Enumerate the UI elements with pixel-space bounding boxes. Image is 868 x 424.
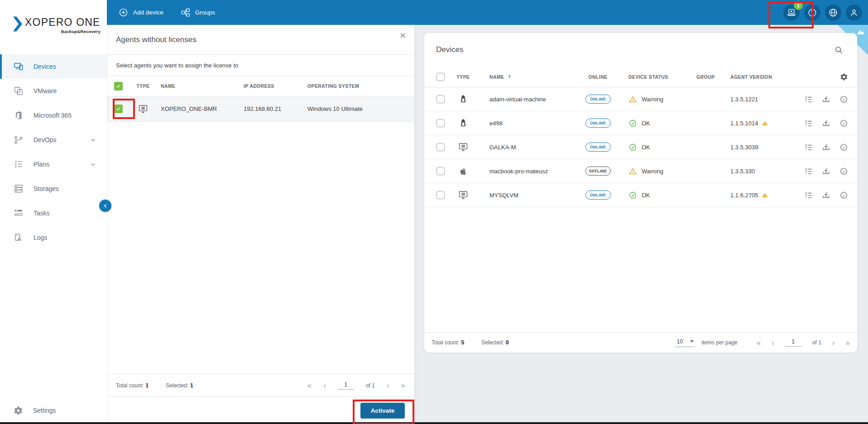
row-checkbox[interactable] (436, 191, 445, 199)
sidebar-collapse-button[interactable] (99, 200, 111, 212)
backup-sets-icon[interactable] (804, 119, 813, 128)
install-agent-icon[interactable] (822, 95, 830, 104)
row-checkbox-checked[interactable] (114, 105, 123, 113)
search-icon[interactable] (832, 43, 845, 57)
groups-button[interactable]: Groups (181, 8, 215, 17)
info-icon[interactable] (839, 143, 848, 152)
sidebar-item-label: Storages (34, 185, 59, 192)
row-checkbox[interactable] (436, 95, 445, 103)
select-all-checkbox[interactable] (436, 73, 445, 81)
column-header-agent-version: AGENT VERSION (730, 74, 803, 80)
sidebar-item-settings[interactable]: Settings (0, 398, 107, 423)
next-page-button[interactable]: › (387, 381, 389, 389)
sidebar-item-vmware[interactable]: VMware (0, 79, 107, 103)
device-row[interactable]: MYSQLVM ONLINE OK 1.1.6.2705 (424, 183, 857, 207)
status-ok-icon (628, 191, 637, 200)
settings-label: Settings (33, 407, 56, 414)
column-header-type: TYPE (136, 83, 149, 89)
device-row[interactable]: GALKA-M ONLINE OK 1.3.5.3039 (424, 135, 857, 159)
globe-icon (828, 8, 838, 18)
sidebar-item-storages[interactable]: Storages (0, 176, 107, 201)
install-agent-icon[interactable] (822, 119, 830, 128)
add-device-button[interactable]: Add device (119, 8, 163, 17)
license-action-bar: Activate (107, 396, 414, 424)
row-checkbox[interactable] (436, 167, 445, 175)
language-button[interactable] (825, 5, 841, 21)
next-page-button[interactable]: › (832, 339, 835, 347)
install-agent-icon[interactable] (822, 143, 830, 152)
column-header-name[interactable]: NAME (477, 74, 567, 80)
page-number-input[interactable]: 1 (338, 381, 354, 390)
device-status: OK (628, 143, 696, 152)
device-row[interactable]: macbook-pro-mateusz OFFLINE Warning 1.3.… (424, 159, 857, 183)
activate-button[interactable]: Activate (360, 403, 405, 419)
status-warning-icon (628, 95, 637, 104)
backup-sets-icon[interactable] (804, 95, 813, 104)
help-button[interactable] (804, 5, 820, 21)
prev-page-button[interactable]: ‹ (772, 339, 774, 347)
column-header-type: TYPE (456, 74, 470, 80)
device-row[interactable]: e498 ONLINE OK 1.1.5.1014 (424, 111, 857, 135)
column-header-ip: IP ADDRESS (237, 83, 302, 89)
xopero-logo: XOPERO ONE Backup&Recovery (12, 16, 101, 34)
groups-tree-icon (181, 8, 190, 17)
install-agent-icon[interactable] (822, 167, 830, 176)
info-icon[interactable] (839, 119, 848, 128)
first-page-button[interactable]: « (307, 381, 312, 389)
agent-row[interactable]: XOPERO_ONE-BMR 192.168.60.21 Windows 10 … (107, 96, 414, 122)
checklist-icon (14, 159, 24, 169)
info-icon[interactable] (839, 167, 848, 176)
sidebar-item-logs[interactable]: Logs (0, 225, 107, 250)
row-checkbox[interactable] (436, 119, 445, 127)
sidebar-item-devops[interactable]: DevOps (0, 128, 107, 152)
items-per-page-select[interactable]: 10 (675, 338, 695, 347)
topbar-right-actions: 1 (783, 5, 862, 21)
info-icon[interactable] (839, 95, 848, 104)
info-icon[interactable] (839, 191, 848, 200)
sidebar-item-label: Tasks (34, 210, 50, 217)
sidebar-item-devices[interactable]: Devices (0, 54, 107, 79)
total-count-value: 5 (461, 339, 464, 346)
sidebar-item-microsoft-365[interactable]: Microsoft 365 (0, 103, 107, 128)
last-page-button[interactable]: » (401, 381, 405, 389)
sidebar-item-plans[interactable]: Plans (0, 152, 107, 176)
selected-count-value: 0 (506, 339, 509, 346)
account-button[interactable] (846, 5, 862, 21)
sidebar-item-tasks[interactable]: Tasks (0, 201, 107, 225)
sidebar-item-label: VMware (34, 87, 57, 95)
microsoft-365-icon (14, 110, 24, 120)
topbar: Add device Groups 1 (107, 0, 868, 25)
prev-page-button[interactable]: ‹ (323, 381, 326, 389)
agent-operating-system: Windows 10 Ultimate (302, 105, 407, 112)
chevron-down-icon (90, 137, 96, 143)
selected-count-label: Selected: (481, 339, 504, 346)
agent-name: XOPERO_ONE-BMR (156, 105, 237, 112)
close-icon[interactable] (398, 30, 408, 41)
agent-version: 1.3.5.330 (730, 168, 803, 175)
device-type-icon (458, 190, 468, 200)
agent-ip-address: 192.168.60.21 (237, 105, 302, 112)
select-all-checkbox[interactable] (114, 82, 123, 91)
name-header-label: NAME (489, 74, 504, 80)
user-icon (849, 8, 859, 18)
column-settings-gear-icon[interactable] (840, 73, 850, 81)
page-number-input[interactable]: 1 (785, 338, 801, 347)
brand-name: XOPERO ONE (25, 16, 101, 28)
backup-sets-icon[interactable] (804, 167, 813, 176)
log-warning-icon (14, 233, 24, 243)
first-page-button[interactable]: « (757, 339, 761, 347)
backup-sets-icon[interactable] (804, 143, 813, 152)
devices-table-body: adam-virtual-machine ONLINE Warning 1.3.… (424, 87, 857, 332)
total-count-label: Total count: (116, 382, 144, 389)
last-page-button[interactable]: » (846, 339, 850, 347)
row-checkbox[interactable] (436, 143, 445, 151)
help-icon (807, 8, 817, 18)
agent-downloads-button[interactable]: 1 (783, 5, 800, 21)
add-device-label: Add device (133, 9, 163, 16)
devices-table-header: TYPE NAME ONLINE DEVICE STATUS GROUP AGE… (424, 67, 857, 87)
device-row[interactable]: adam-virtual-machine ONLINE Warning 1.3.… (424, 87, 857, 111)
backup-sets-icon[interactable] (804, 191, 813, 200)
install-agent-icon[interactable] (822, 191, 830, 200)
sidebar-item-label: Microsoft 365 (34, 112, 72, 119)
agent-version: 1.3.5.3039 (730, 144, 803, 151)
